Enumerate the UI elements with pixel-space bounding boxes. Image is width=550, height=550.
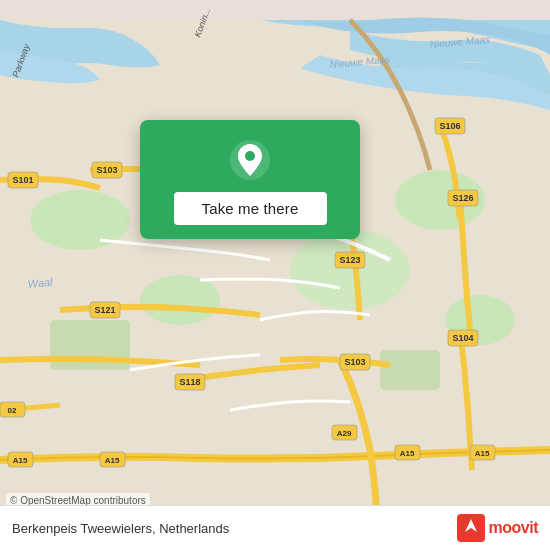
svg-text:A29: A29 bbox=[337, 429, 352, 438]
location-pin-icon bbox=[228, 138, 272, 182]
moovit-logo: moovit bbox=[457, 514, 538, 542]
svg-rect-7 bbox=[380, 350, 440, 390]
svg-text:S103: S103 bbox=[96, 165, 117, 175]
svg-text:A15: A15 bbox=[105, 456, 120, 465]
svg-text:A15: A15 bbox=[475, 449, 490, 458]
svg-text:S104: S104 bbox=[452, 333, 473, 343]
map-background: S101 S103 S106 23 S123 S126 S121 S118 S1… bbox=[0, 0, 550, 550]
moovit-icon bbox=[457, 514, 485, 542]
take-me-there-button[interactable]: Take me there bbox=[174, 192, 327, 225]
location-card: Take me there bbox=[140, 120, 360, 239]
svg-text:S106: S106 bbox=[439, 121, 460, 131]
svg-text:S123: S123 bbox=[339, 255, 360, 265]
location-name: Berkenpeis Tweewielers, Netherlands bbox=[12, 521, 229, 536]
svg-point-46 bbox=[245, 151, 255, 161]
svg-text:A15: A15 bbox=[13, 456, 28, 465]
svg-text:S126: S126 bbox=[452, 193, 473, 203]
svg-text:S103: S103 bbox=[344, 357, 365, 367]
svg-text:S121: S121 bbox=[94, 305, 115, 315]
svg-text:S118: S118 bbox=[179, 377, 200, 387]
svg-text:A15: A15 bbox=[400, 449, 415, 458]
bottom-bar: Berkenpeis Tweewielers, Netherlands moov… bbox=[0, 505, 550, 550]
map-container: S101 S103 S106 23 S123 S126 S121 S118 S1… bbox=[0, 0, 550, 550]
svg-text:Waal: Waal bbox=[27, 276, 53, 290]
svg-point-2 bbox=[140, 275, 220, 325]
svg-text:S101: S101 bbox=[12, 175, 33, 185]
moovit-text: moovit bbox=[489, 519, 538, 537]
svg-text:02: 02 bbox=[8, 406, 17, 415]
